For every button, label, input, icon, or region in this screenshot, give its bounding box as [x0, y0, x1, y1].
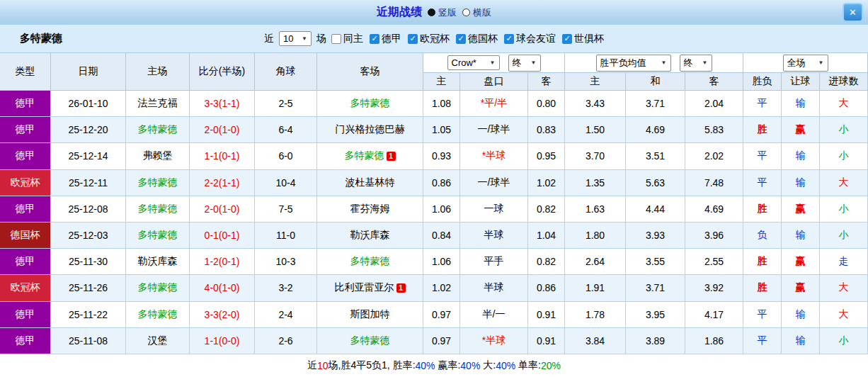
- league-type-cell: 德甲: [0, 143, 51, 169]
- home-team-cell[interactable]: 多特蒙德 1: [126, 196, 190, 223]
- home-team-name: 多特蒙德: [138, 203, 178, 215]
- close-button[interactable]: ✕: [843, 3, 863, 22]
- handicap-cell: 半/一: [460, 302, 528, 328]
- odds-time-select[interactable]: 终 ▼: [508, 55, 541, 72]
- euro-away-odds-cell: 4.17: [685, 302, 743, 328]
- euro-away-odds-cell: 7.48: [685, 170, 743, 196]
- match-count-select[interactable]: 10 ▼: [279, 31, 312, 46]
- away-team-name: 多特蒙德: [345, 150, 384, 162]
- filter-checkbox-德国杯[interactable]: ✓德国杯: [456, 33, 498, 45]
- result-cell: 平: [743, 302, 782, 328]
- result-cell: 胜: [743, 249, 782, 275]
- footer-stat-text: 近: [307, 359, 317, 372]
- asian-away-odds-cell: 0.83: [528, 117, 565, 143]
- euro-home-odds-cell: 2.64: [565, 249, 626, 275]
- home-team-cell[interactable]: 勒沃库森 1: [126, 249, 190, 275]
- handicap-cell: 半球: [460, 223, 528, 249]
- away-team-cell[interactable]: 勒沃库森 1: [317, 223, 423, 249]
- filter-checkbox-欧冠杯[interactable]: ✓欧冠杯: [408, 33, 450, 45]
- checkbox-icon: [331, 34, 341, 44]
- footer-stat-text: 40%: [416, 360, 435, 371]
- table-row: 德甲 25-12-08 多特蒙德 1 2-0(1-0) 7-5 霍芬海姆 1 1…: [0, 196, 868, 223]
- handicap-cell: 半球: [460, 275, 528, 301]
- table-row: 德甲 25-11-22 多特蒙德 1 3-3(2-0) 2-4 斯图加特 1 0…: [0, 302, 868, 328]
- score-cell: 3-3(1-1): [190, 91, 255, 117]
- home-team-cell[interactable]: 多特蒙德 1: [126, 275, 190, 301]
- away-team-name: 波杜基林特: [346, 176, 395, 189]
- europe-odds-headers: 主 和 客: [565, 73, 743, 91]
- away-team-cell[interactable]: 比利亚雷亚尔 1: [317, 275, 423, 301]
- checkbox-label: 欧冠杯: [420, 33, 450, 45]
- euro-draw-odds-cell: 3.71: [626, 91, 685, 117]
- euro-home-odds-cell: 3.70: [565, 143, 626, 169]
- team-name: 多特蒙德: [20, 32, 62, 45]
- asian-odds-group: Crow* ▼ 终 ▼ 主 盘口 客: [423, 53, 565, 91]
- away-team-cell[interactable]: 斯图加特 1: [317, 302, 423, 328]
- away-team-cell[interactable]: 多特蒙德 1: [317, 143, 423, 169]
- goals-result-cell: 小: [820, 223, 868, 249]
- handicap-result-cell: 输: [782, 170, 820, 196]
- score-cell: 4-0(1-0): [190, 275, 255, 301]
- euro-away-odds-cell: 2.04: [685, 91, 743, 117]
- col-score: 比分(半场): [190, 53, 255, 91]
- col-result: 胜负: [743, 73, 782, 91]
- asian-odds-controls: Crow* ▼ 终 ▼: [423, 53, 565, 73]
- date-cell: 25-11-22: [51, 302, 126, 328]
- goals-result-cell: 小: [820, 117, 868, 143]
- near-label: 近: [264, 33, 274, 45]
- league-filters: 同主✓德甲✓欧冠杯✓德国杯✓球会友谊✓世俱杯: [331, 33, 604, 45]
- col-euro-away: 客: [685, 73, 743, 91]
- red-card-badge-icon: 1: [396, 283, 406, 293]
- goals-result-cell: 小: [820, 196, 868, 223]
- handicap-cell: *半球: [460, 328, 528, 354]
- filter-checkbox-世俱杯[interactable]: ✓世俱杯: [562, 33, 604, 45]
- corner-cell: 6-4: [255, 117, 317, 143]
- europe-time-select[interactable]: 终 ▼: [680, 55, 712, 72]
- away-team-cell[interactable]: 霍芬海姆 1: [317, 196, 423, 223]
- scope-select[interactable]: 全场 ▼: [783, 55, 828, 72]
- euro-away-odds-cell: 3.92: [685, 275, 743, 301]
- corner-cell: 6-0: [255, 143, 317, 169]
- away-team-name: 斯图加特: [350, 308, 390, 321]
- checkbox-label: 德甲: [382, 33, 401, 45]
- handicap-cell: 一/球半: [460, 170, 528, 196]
- away-team-cell[interactable]: 多特蒙德 1: [317, 328, 423, 354]
- odds-company-select[interactable]: Crow* ▼: [447, 55, 500, 70]
- away-team-name: 多特蒙德: [350, 255, 390, 268]
- filter-checkbox-球会友谊[interactable]: ✓球会友谊: [504, 33, 556, 45]
- away-team-cell[interactable]: 门兴格拉德巴赫 1: [317, 117, 423, 143]
- away-team-cell[interactable]: 波杜基林特 1: [317, 170, 423, 196]
- corner-cell: 11-0: [255, 223, 317, 249]
- europe-odds-select[interactable]: 胜平负均值 ▼: [596, 55, 671, 72]
- home-team-cell[interactable]: 多特蒙德 1: [126, 223, 190, 249]
- euro-away-odds-cell: 1.86: [685, 328, 743, 354]
- col-euro-draw: 和: [626, 73, 685, 91]
- away-team-cell[interactable]: 多特蒙德 1: [317, 249, 423, 275]
- goals-result-cell: 大: [820, 275, 868, 301]
- home-team-cell[interactable]: 多特蒙德 1: [126, 170, 190, 196]
- goals-result-cell: 小: [820, 328, 868, 354]
- handicap-cell: *半球: [460, 143, 528, 169]
- col-corner: 角球: [255, 53, 317, 91]
- home-team-cell[interactable]: 汉堡 1: [126, 328, 190, 354]
- home-team-cell[interactable]: 多特蒙德 1: [126, 302, 190, 328]
- summary-footer: 近10场,胜4平5负1, 胜率:40% 赢率:40% 大:40% 单率:20%: [0, 354, 868, 377]
- table-row: 欧冠杯 25-12-11 多特蒙德 1 2-2(1-1) 10-4 波杜基林特 …: [0, 170, 868, 196]
- home-team-cell[interactable]: 法兰克福 1: [126, 91, 190, 117]
- away-team-cell[interactable]: 多特蒙德 1: [317, 91, 423, 117]
- euro-draw-odds-cell: 3.93: [626, 223, 685, 249]
- asian-away-odds-cell: 0.80: [528, 91, 565, 117]
- layout-radio-horizontal[interactable]: 横版: [462, 6, 491, 19]
- result-cell: 胜: [743, 275, 782, 301]
- home-team-cell[interactable]: 多特蒙德 1: [126, 117, 190, 143]
- layout-radio-vertical[interactable]: 竖版: [428, 6, 457, 19]
- filter-checkbox-德甲[interactable]: ✓德甲: [370, 33, 401, 45]
- date-cell: 25-12-08: [51, 196, 126, 223]
- footer-stat-text: 10: [317, 360, 329, 371]
- home-team-cell[interactable]: 弗赖堡 1: [126, 143, 190, 169]
- handicap-cell: 一/球半: [460, 117, 528, 143]
- away-team-name: 勒沃库森: [350, 229, 390, 242]
- home-team-name: 多特蒙德: [138, 281, 178, 294]
- filter-checkbox-同主[interactable]: 同主: [331, 33, 363, 45]
- footer-stat-text: 胜率:: [393, 359, 416, 372]
